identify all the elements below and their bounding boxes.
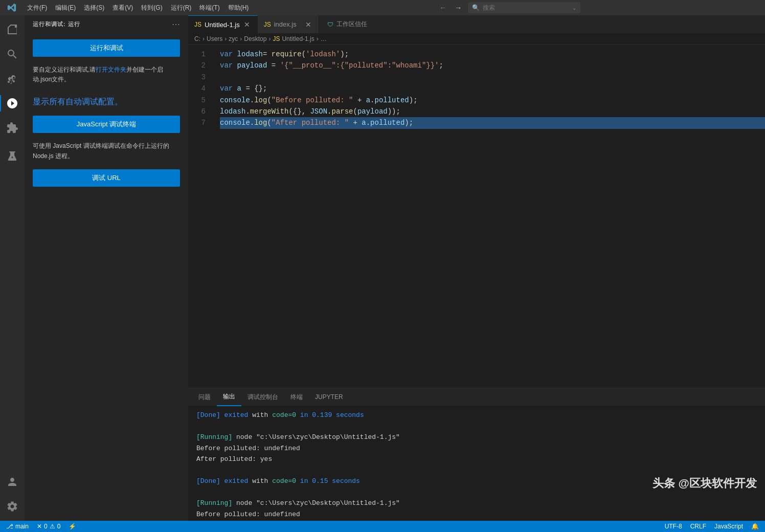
line-num-3: 3 bbox=[188, 72, 210, 83]
search-input[interactable] bbox=[483, 4, 569, 11]
menu-view[interactable]: 查看(V) bbox=[108, 0, 137, 15]
activity-bar bbox=[0, 15, 25, 521]
show-auto-debug-link[interactable]: 显示所有自动调试配置。 bbox=[33, 97, 180, 107]
debug-url-button[interactable]: 调试 URL bbox=[33, 169, 180, 187]
sidebar-menu-icon[interactable]: ⋯ bbox=[172, 19, 180, 29]
line-num-1: 1 bbox=[188, 49, 210, 60]
menu-goto[interactable]: 转到(G) bbox=[137, 0, 166, 15]
tab-bar: JS Untitled-1.js ✕ JS index.js ✕ 🛡 工作区信任 bbox=[188, 15, 765, 33]
activity-account[interactable] bbox=[0, 470, 25, 494]
menu-select[interactable]: 选择(S) bbox=[80, 0, 108, 15]
tab-index[interactable]: JS index.js ✕ bbox=[258, 15, 319, 33]
line-numbers: 1 2 3 4 5 6 7 bbox=[188, 45, 214, 388]
warning-count: 0 bbox=[57, 523, 61, 530]
titlebar: 文件(F) 编辑(E) 选择(S) 查看(V) 转到(G) 运行(R) 终端(T… bbox=[0, 0, 765, 15]
run-debug-button[interactable]: 运行和调试 bbox=[33, 39, 180, 57]
tab-untitled[interactable]: JS Untitled-1.js ✕ bbox=[188, 15, 258, 33]
git-branch-icon: ⎇ bbox=[6, 523, 13, 530]
activity-search[interactable] bbox=[0, 42, 25, 66]
breadcrumb: C: › Users › zyc › Desktop › JS Untitled… bbox=[188, 33, 765, 45]
js-file-icon-2: JS bbox=[264, 21, 271, 28]
sidebar-header: 运行和调试: 运行 ⋯ bbox=[25, 15, 188, 33]
line-num-4: 4 bbox=[188, 83, 210, 94]
breadcrumb-zyc[interactable]: zyc bbox=[229, 35, 238, 42]
line-num-6: 6 bbox=[188, 106, 210, 117]
menu-file[interactable]: 文件(F) bbox=[23, 0, 51, 15]
status-language[interactable]: JavaScript bbox=[712, 523, 745, 530]
tab-index-close[interactable]: ✕ bbox=[304, 20, 312, 29]
breadcrumb-js-icon: JS bbox=[273, 35, 280, 42]
menu-terminal[interactable]: 终端(T) bbox=[195, 0, 223, 15]
vscode-logo bbox=[0, 3, 23, 12]
sidebar-panel: 运行和调试: 运行 ⋯ 运行和调试 要自定义运行和调试,请打开文件夹并创建一个启… bbox=[25, 15, 188, 521]
status-git[interactable]: ⎇ main bbox=[4, 523, 31, 530]
code-line-2: var payload = '{"__proto__":{"polluted":… bbox=[220, 60, 765, 71]
term-line-7: [Done] exited with code=0 in 0.15 second… bbox=[196, 476, 757, 486]
back-button[interactable]: ← bbox=[437, 2, 448, 13]
warning-icon: ⚠ bbox=[50, 523, 55, 530]
line-num-2: 2 bbox=[188, 60, 210, 71]
breadcrumb-desktop[interactable]: Desktop bbox=[244, 35, 266, 42]
term-line-8 bbox=[196, 487, 757, 498]
term-line-6 bbox=[196, 465, 757, 476]
trust-label: 工作区信任 bbox=[336, 20, 367, 29]
activity-extensions[interactable] bbox=[0, 116, 25, 140]
activity-settings[interactable] bbox=[0, 494, 25, 519]
code-content[interactable]: var lodash= require('lodash'); var paylo… bbox=[214, 45, 765, 388]
js-file-icon: JS bbox=[194, 21, 201, 28]
term-tab-problems[interactable]: 问题 bbox=[192, 388, 217, 406]
term-tab-jupyter[interactable]: JUPYTER bbox=[309, 388, 349, 406]
error-count: 0 bbox=[44, 523, 48, 530]
term-tab-terminal[interactable]: 终端 bbox=[284, 388, 309, 406]
code-editor[interactable]: 1 2 3 4 5 6 7 var lodash= require('lodas… bbox=[188, 45, 765, 388]
activity-source-control[interactable] bbox=[0, 66, 25, 91]
status-feedback[interactable]: 🔔 bbox=[749, 523, 761, 530]
js-debug-terminal-button[interactable]: JavaScript 调试终端 bbox=[33, 116, 180, 133]
status-left: ⎇ main ✕ 0 ⚠ 0 ⚡ bbox=[4, 523, 78, 530]
terminal-body[interactable]: [Done] exited with code=0 in 0.139 secon… bbox=[188, 406, 765, 521]
main-layout: 运行和调试: 运行 ⋯ 运行和调试 要自定义运行和调试,请打开文件夹并创建一个启… bbox=[0, 15, 765, 521]
term-line-5: After polluted: yes bbox=[196, 454, 757, 464]
status-encoding[interactable]: UTF-8 bbox=[663, 523, 684, 530]
activity-explorer[interactable] bbox=[0, 17, 25, 42]
search-dropdown-icon[interactable]: ⌄ bbox=[572, 5, 576, 11]
open-folder-link[interactable]: 打开文件夹 bbox=[96, 66, 126, 73]
search-icon: 🔍 bbox=[472, 4, 480, 11]
code-line-6: lodash.mergeWith({}, JSON.parse(payload)… bbox=[220, 106, 765, 117]
menu-edit[interactable]: 编辑(E) bbox=[51, 0, 80, 15]
activity-testing[interactable] bbox=[0, 144, 25, 169]
breadcrumb-filename[interactable]: Untitled-1.js bbox=[282, 35, 314, 42]
menu-help[interactable]: 帮助(H) bbox=[224, 0, 253, 15]
activity-bottom bbox=[0, 470, 25, 519]
breadcrumb-ellipsis[interactable]: … bbox=[321, 35, 327, 42]
terminal-area: 问题 输出 调试控制台 终端 JUPYTER [Done] exited wit… bbox=[188, 388, 765, 521]
activity-run-debug[interactable] bbox=[0, 91, 25, 116]
sidebar-content: 运行和调试 要自定义运行和调试,请打开文件夹并创建一个启动.json文件。 显示… bbox=[25, 33, 188, 521]
status-errors[interactable]: ✕ 0 ⚠ 0 bbox=[35, 523, 62, 530]
status-bar: ⎇ main ✕ 0 ⚠ 0 ⚡ UTF-8 CRLF JavaScript 🔔 bbox=[0, 521, 765, 532]
line-num-5: 5 bbox=[188, 95, 210, 106]
tab-untitled-close[interactable]: ✕ bbox=[243, 20, 251, 29]
sidebar-desc1: 要自定义运行和调试,请打开文件夹并创建一个启动.json文件。 bbox=[33, 65, 180, 84]
code-line-1: var lodash= require('lodash'); bbox=[220, 49, 765, 60]
term-tab-output[interactable]: 输出 bbox=[217, 388, 241, 406]
breadcrumb-users[interactable]: Users bbox=[207, 35, 222, 42]
search-bar[interactable]: 🔍 ⌄ bbox=[468, 2, 580, 13]
code-line-4: var a = {}; bbox=[220, 83, 765, 94]
term-tab-debug-console[interactable]: 调试控制台 bbox=[241, 388, 284, 406]
trust-badge[interactable]: 🛡 工作区信任 bbox=[321, 15, 373, 33]
term-line-9: [Running] node "c:\Users\zyc\Desktop\Unt… bbox=[196, 498, 757, 508]
forward-button[interactable]: → bbox=[453, 2, 464, 13]
status-run[interactable]: ⚡ bbox=[66, 523, 78, 530]
shield-icon: 🛡 bbox=[327, 21, 333, 28]
status-right: UTF-8 CRLF JavaScript 🔔 bbox=[663, 523, 761, 530]
status-line-ending[interactable]: CRLF bbox=[688, 523, 708, 530]
menu-run[interactable]: 运行(R) bbox=[167, 0, 196, 15]
editor-area: JS Untitled-1.js ✕ JS index.js ✕ 🛡 工作区信任… bbox=[188, 15, 765, 521]
tab-untitled-label: Untitled-1.js bbox=[205, 21, 240, 29]
term-line-10: Before polluted: undefined bbox=[196, 509, 757, 520]
code-line-7: console.log("After polluted: " + a.pollu… bbox=[220, 117, 765, 128]
tab-index-label: index.js bbox=[274, 20, 297, 28]
error-icon: ✕ bbox=[37, 523, 42, 530]
breadcrumb-c[interactable]: C: bbox=[194, 35, 200, 42]
